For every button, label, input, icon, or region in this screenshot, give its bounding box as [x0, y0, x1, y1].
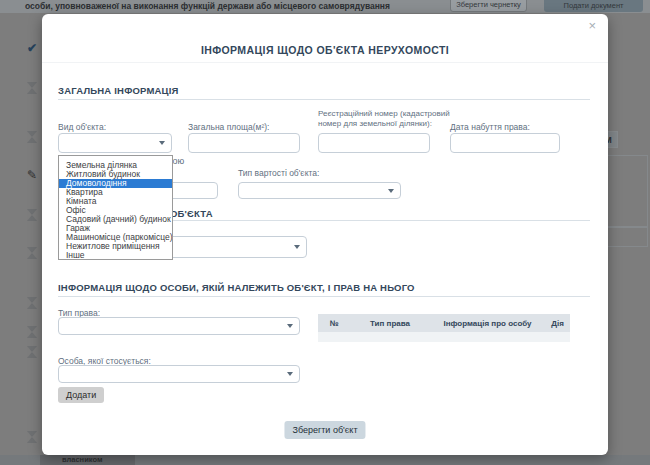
section-title-general: ЗАГАЛЬНА ІНФОРМАЦІЯ [58, 85, 179, 96]
chevron-down-icon [159, 141, 165, 145]
right-type-select[interactable] [58, 317, 300, 335]
hourglass-icon [25, 130, 39, 144]
object-type-label: Вид об'єкта: [58, 122, 106, 132]
background-header-text: особи, уповноваженої на виконання функці… [25, 1, 390, 11]
table-header-person-info: Інформація про особу [430, 319, 545, 328]
object-type-select[interactable] [58, 133, 172, 153]
background-cell-text: власником [62, 455, 102, 464]
rights-table-header: № Тип права Інформація про особу Дія [318, 314, 570, 332]
screen: особи, уповноваженої на виконання функці… [0, 0, 650, 465]
hourglass-icon [25, 325, 39, 339]
rights-table: № Тип права Інформація про особу Дія [318, 314, 570, 342]
table-header-number: № [318, 319, 350, 328]
chevron-down-icon [294, 245, 300, 249]
hourglass-icon [25, 430, 39, 444]
hourglass-icon [25, 246, 39, 260]
related-person-select[interactable] [58, 365, 300, 383]
table-empty-row [318, 332, 570, 342]
cost-type-label: Тип вартості об'єкта: [238, 168, 319, 178]
dropdown-option[interactable]: Інше [59, 251, 172, 260]
hourglass-icon [25, 208, 39, 222]
section-divider [58, 296, 590, 297]
registration-number-label: Реєстраційний номер (кадастровий номер д… [318, 109, 450, 129]
save-draft-button[interactable]: Зберегти чернетку [450, 0, 527, 12]
cost-type-select[interactable] [238, 182, 401, 199]
modal-header-divider [42, 62, 608, 63]
close-icon[interactable]: × [588, 18, 596, 33]
table-header-action: Дія [545, 319, 570, 328]
hourglass-icon [25, 81, 39, 95]
section-title-rights: ІНФОРМАЦІЯ ЩОДО ОСОБИ, ЯКІЙ НАЛЕЖИТЬ ОБ'… [58, 282, 415, 293]
save-draft-label: Зберегти чернетку [456, 0, 521, 9]
chevron-down-icon [287, 372, 293, 376]
submit-document-button[interactable]: Подати документ [544, 0, 643, 12]
hourglass-icon [25, 345, 39, 359]
section-divider [58, 99, 590, 100]
add-button[interactable]: Додати [58, 387, 104, 403]
save-object-button[interactable]: Зберегти об'єкт [284, 421, 365, 439]
background-panel [602, 227, 648, 247]
hourglass-icon [25, 296, 39, 310]
background-panel [602, 155, 648, 227]
check-icon: ✔ [25, 41, 39, 55]
total-area-input[interactable] [188, 133, 300, 153]
acquisition-date-input[interactable] [450, 133, 560, 153]
chevron-down-icon [388, 189, 394, 193]
chevron-down-icon [287, 324, 293, 328]
pencil-icon: ✎ [25, 168, 39, 182]
total-area-label: Загальна площа(м²): [188, 122, 269, 132]
registration-number-input[interactable] [318, 133, 430, 153]
table-header-right-type: Тип права [350, 319, 430, 328]
object-type-dropdown-list: Земельна ділянка Житловий будинок Домово… [58, 155, 173, 260]
property-info-modal: × ІНФОРМАЦІЯ ЩОДО ОБ'ЄКТА НЕРУХОМОСТІ ЗА… [42, 14, 608, 455]
modal-title: ІНФОРМАЦІЯ ЩОДО ОБ'ЄКТА НЕРУХОМОСТІ [42, 44, 608, 56]
acquisition-date-label: Дата набуття права: [450, 122, 530, 132]
submit-document-label: Подати документ [564, 1, 624, 10]
